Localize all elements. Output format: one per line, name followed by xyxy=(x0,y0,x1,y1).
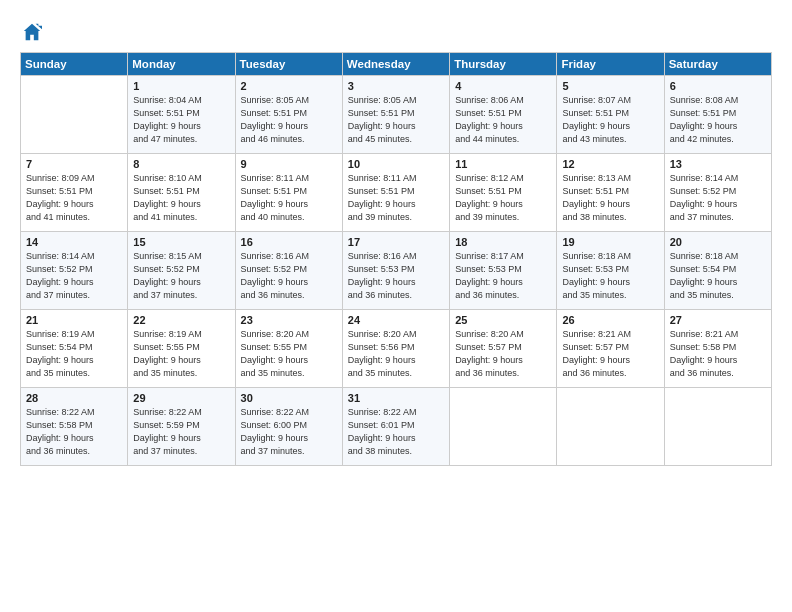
day-number: 4 xyxy=(455,80,551,92)
day-info: Sunrise: 8:14 AM Sunset: 5:52 PM Dayligh… xyxy=(26,250,122,302)
calendar-cell: 20Sunrise: 8:18 AM Sunset: 5:54 PM Dayli… xyxy=(664,232,771,310)
calendar-cell: 27Sunrise: 8:21 AM Sunset: 5:58 PM Dayli… xyxy=(664,310,771,388)
calendar-cell: 16Sunrise: 8:16 AM Sunset: 5:52 PM Dayli… xyxy=(235,232,342,310)
day-info: Sunrise: 8:05 AM Sunset: 5:51 PM Dayligh… xyxy=(241,94,337,146)
col-header-tuesday: Tuesday xyxy=(235,53,342,76)
day-number: 11 xyxy=(455,158,551,170)
day-info: Sunrise: 8:11 AM Sunset: 5:51 PM Dayligh… xyxy=(348,172,444,224)
col-header-friday: Friday xyxy=(557,53,664,76)
day-info: Sunrise: 8:18 AM Sunset: 5:54 PM Dayligh… xyxy=(670,250,766,302)
col-header-wednesday: Wednesday xyxy=(342,53,449,76)
day-info: Sunrise: 8:11 AM Sunset: 5:51 PM Dayligh… xyxy=(241,172,337,224)
page-header xyxy=(20,18,772,46)
col-header-sunday: Sunday xyxy=(21,53,128,76)
day-number: 27 xyxy=(670,314,766,326)
day-number: 30 xyxy=(241,392,337,404)
calendar-cell: 11Sunrise: 8:12 AM Sunset: 5:51 PM Dayli… xyxy=(450,154,557,232)
day-info: Sunrise: 8:09 AM Sunset: 5:51 PM Dayligh… xyxy=(26,172,122,224)
day-info: Sunrise: 8:10 AM Sunset: 5:51 PM Dayligh… xyxy=(133,172,229,224)
calendar-cell: 12Sunrise: 8:13 AM Sunset: 5:51 PM Dayli… xyxy=(557,154,664,232)
calendar-cell: 10Sunrise: 8:11 AM Sunset: 5:51 PM Dayli… xyxy=(342,154,449,232)
day-info: Sunrise: 8:04 AM Sunset: 5:51 PM Dayligh… xyxy=(133,94,229,146)
day-number: 12 xyxy=(562,158,658,170)
logo-icon xyxy=(22,22,42,42)
day-number: 8 xyxy=(133,158,229,170)
day-number: 29 xyxy=(133,392,229,404)
svg-marker-0 xyxy=(24,24,40,40)
day-number: 15 xyxy=(133,236,229,248)
calendar-cell xyxy=(450,388,557,466)
calendar-cell: 5Sunrise: 8:07 AM Sunset: 5:51 PM Daylig… xyxy=(557,76,664,154)
calendar-cell xyxy=(21,76,128,154)
calendar-cell: 15Sunrise: 8:15 AM Sunset: 5:52 PM Dayli… xyxy=(128,232,235,310)
calendar-cell: 21Sunrise: 8:19 AM Sunset: 5:54 PM Dayli… xyxy=(21,310,128,388)
col-header-thursday: Thursday xyxy=(450,53,557,76)
day-number: 1 xyxy=(133,80,229,92)
day-info: Sunrise: 8:05 AM Sunset: 5:51 PM Dayligh… xyxy=(348,94,444,146)
day-info: Sunrise: 8:20 AM Sunset: 5:56 PM Dayligh… xyxy=(348,328,444,380)
day-number: 28 xyxy=(26,392,122,404)
day-number: 2 xyxy=(241,80,337,92)
calendar-cell: 25Sunrise: 8:20 AM Sunset: 5:57 PM Dayli… xyxy=(450,310,557,388)
calendar-cell: 29Sunrise: 8:22 AM Sunset: 5:59 PM Dayli… xyxy=(128,388,235,466)
calendar-page: SundayMondayTuesdayWednesdayThursdayFrid… xyxy=(0,0,792,612)
week-row-2: 7Sunrise: 8:09 AM Sunset: 5:51 PM Daylig… xyxy=(21,154,772,232)
day-info: Sunrise: 8:16 AM Sunset: 5:52 PM Dayligh… xyxy=(241,250,337,302)
day-info: Sunrise: 8:13 AM Sunset: 5:51 PM Dayligh… xyxy=(562,172,658,224)
day-number: 26 xyxy=(562,314,658,326)
day-info: Sunrise: 8:21 AM Sunset: 5:58 PM Dayligh… xyxy=(670,328,766,380)
day-info: Sunrise: 8:15 AM Sunset: 5:52 PM Dayligh… xyxy=(133,250,229,302)
calendar-cell: 1Sunrise: 8:04 AM Sunset: 5:51 PM Daylig… xyxy=(128,76,235,154)
week-row-1: 1Sunrise: 8:04 AM Sunset: 5:51 PM Daylig… xyxy=(21,76,772,154)
day-info: Sunrise: 8:07 AM Sunset: 5:51 PM Dayligh… xyxy=(562,94,658,146)
day-number: 10 xyxy=(348,158,444,170)
calendar-cell: 4Sunrise: 8:06 AM Sunset: 5:51 PM Daylig… xyxy=(450,76,557,154)
day-info: Sunrise: 8:18 AM Sunset: 5:53 PM Dayligh… xyxy=(562,250,658,302)
week-row-3: 14Sunrise: 8:14 AM Sunset: 5:52 PM Dayli… xyxy=(21,232,772,310)
calendar-cell: 22Sunrise: 8:19 AM Sunset: 5:55 PM Dayli… xyxy=(128,310,235,388)
calendar-cell: 26Sunrise: 8:21 AM Sunset: 5:57 PM Dayli… xyxy=(557,310,664,388)
day-number: 18 xyxy=(455,236,551,248)
day-number: 16 xyxy=(241,236,337,248)
day-info: Sunrise: 8:08 AM Sunset: 5:51 PM Dayligh… xyxy=(670,94,766,146)
day-number: 31 xyxy=(348,392,444,404)
header-row: SundayMondayTuesdayWednesdayThursdayFrid… xyxy=(21,53,772,76)
day-info: Sunrise: 8:19 AM Sunset: 5:55 PM Dayligh… xyxy=(133,328,229,380)
calendar-cell: 7Sunrise: 8:09 AM Sunset: 5:51 PM Daylig… xyxy=(21,154,128,232)
day-number: 3 xyxy=(348,80,444,92)
calendar-cell: 24Sunrise: 8:20 AM Sunset: 5:56 PM Dayli… xyxy=(342,310,449,388)
day-number: 24 xyxy=(348,314,444,326)
day-info: Sunrise: 8:20 AM Sunset: 5:57 PM Dayligh… xyxy=(455,328,551,380)
calendar-cell xyxy=(557,388,664,466)
day-info: Sunrise: 8:22 AM Sunset: 6:01 PM Dayligh… xyxy=(348,406,444,458)
day-info: Sunrise: 8:17 AM Sunset: 5:53 PM Dayligh… xyxy=(455,250,551,302)
calendar-cell: 18Sunrise: 8:17 AM Sunset: 5:53 PM Dayli… xyxy=(450,232,557,310)
col-header-monday: Monday xyxy=(128,53,235,76)
calendar-cell: 17Sunrise: 8:16 AM Sunset: 5:53 PM Dayli… xyxy=(342,232,449,310)
day-info: Sunrise: 8:16 AM Sunset: 5:53 PM Dayligh… xyxy=(348,250,444,302)
day-info: Sunrise: 8:12 AM Sunset: 5:51 PM Dayligh… xyxy=(455,172,551,224)
day-number: 19 xyxy=(562,236,658,248)
day-number: 14 xyxy=(26,236,122,248)
calendar-cell: 14Sunrise: 8:14 AM Sunset: 5:52 PM Dayli… xyxy=(21,232,128,310)
day-info: Sunrise: 8:14 AM Sunset: 5:52 PM Dayligh… xyxy=(670,172,766,224)
calendar-cell: 31Sunrise: 8:22 AM Sunset: 6:01 PM Dayli… xyxy=(342,388,449,466)
day-number: 23 xyxy=(241,314,337,326)
day-info: Sunrise: 8:22 AM Sunset: 6:00 PM Dayligh… xyxy=(241,406,337,458)
day-number: 22 xyxy=(133,314,229,326)
day-number: 21 xyxy=(26,314,122,326)
calendar-cell: 13Sunrise: 8:14 AM Sunset: 5:52 PM Dayli… xyxy=(664,154,771,232)
week-row-5: 28Sunrise: 8:22 AM Sunset: 5:58 PM Dayli… xyxy=(21,388,772,466)
calendar-cell: 28Sunrise: 8:22 AM Sunset: 5:58 PM Dayli… xyxy=(21,388,128,466)
day-number: 6 xyxy=(670,80,766,92)
day-info: Sunrise: 8:22 AM Sunset: 5:58 PM Dayligh… xyxy=(26,406,122,458)
calendar-cell: 6Sunrise: 8:08 AM Sunset: 5:51 PM Daylig… xyxy=(664,76,771,154)
calendar-cell: 23Sunrise: 8:20 AM Sunset: 5:55 PM Dayli… xyxy=(235,310,342,388)
day-number: 9 xyxy=(241,158,337,170)
day-info: Sunrise: 8:21 AM Sunset: 5:57 PM Dayligh… xyxy=(562,328,658,380)
week-row-4: 21Sunrise: 8:19 AM Sunset: 5:54 PM Dayli… xyxy=(21,310,772,388)
day-info: Sunrise: 8:06 AM Sunset: 5:51 PM Dayligh… xyxy=(455,94,551,146)
calendar-cell: 9Sunrise: 8:11 AM Sunset: 5:51 PM Daylig… xyxy=(235,154,342,232)
day-info: Sunrise: 8:22 AM Sunset: 5:59 PM Dayligh… xyxy=(133,406,229,458)
day-number: 25 xyxy=(455,314,551,326)
